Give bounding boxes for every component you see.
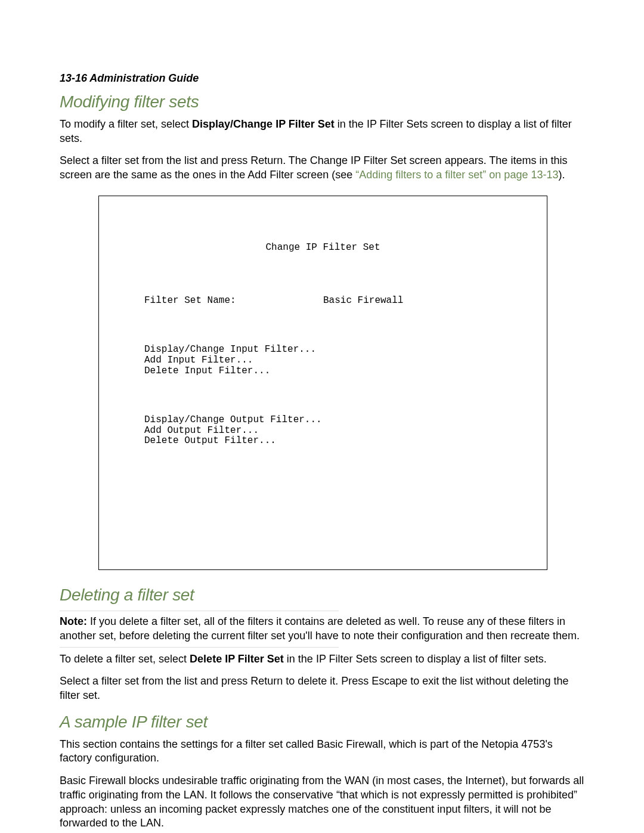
text: To delete a filter set, select bbox=[60, 653, 190, 665]
cross-reference-link[interactable]: “Adding filters to a filter set” on page… bbox=[355, 169, 558, 181]
terminal-title: Change IP Filter Set bbox=[116, 243, 530, 253]
sample-paragraph-2: Basic Firewall blocks undesirable traffi… bbox=[60, 774, 586, 831]
terminal-output-block: Display/Change Output Filter... Add Outp… bbox=[144, 415, 530, 447]
divider bbox=[60, 647, 339, 648]
terminal-name-value: Basic Firewall bbox=[323, 296, 403, 306]
text: in the IP Filter Sets screen to display … bbox=[284, 653, 547, 665]
section-title-modifying: Modifying filter sets bbox=[60, 91, 586, 113]
terminal-screenshot: Change IP Filter Set Filter Set Name:Bas… bbox=[98, 196, 547, 570]
modify-paragraph-2: Select a filter set from the list and pr… bbox=[60, 154, 586, 182]
section-title-deleting: Deleting a filter set bbox=[60, 584, 586, 606]
page-header: 13-16 Administration Guide bbox=[60, 72, 586, 85]
sample-paragraph-1: This section contains the settings for a… bbox=[60, 738, 586, 766]
delete-paragraph-2: Select a filter set from the list and pr… bbox=[60, 674, 586, 703]
delete-paragraph-1: To delete a filter set, select Delete IP… bbox=[60, 652, 586, 667]
terminal-name-label: Filter Set Name: bbox=[144, 296, 323, 306]
text-bold-display-change: Display/Change IP Filter Set bbox=[192, 118, 335, 130]
modify-paragraph-1: To modify a filter set, select Display/C… bbox=[60, 117, 586, 146]
delete-note: Note: If you delete a filter set, all of… bbox=[60, 615, 586, 643]
terminal-input-block: Display/Change Input Filter... Add Input… bbox=[144, 345, 530, 377]
page: 13-16 Administration Guide Modifying fil… bbox=[0, 0, 644, 833]
text: To modify a filter set, select bbox=[60, 118, 192, 130]
text-bold-delete: Delete IP Filter Set bbox=[190, 653, 284, 665]
note-text: If you delete a filter set, all of the f… bbox=[60, 615, 580, 642]
divider bbox=[60, 611, 339, 611]
section-title-sample: A sample IP filter set bbox=[60, 711, 586, 733]
text: ). bbox=[558, 169, 565, 181]
terminal-name-row: Filter Set Name:Basic Firewall bbox=[144, 296, 530, 306]
note-label: Note: bbox=[60, 615, 87, 627]
